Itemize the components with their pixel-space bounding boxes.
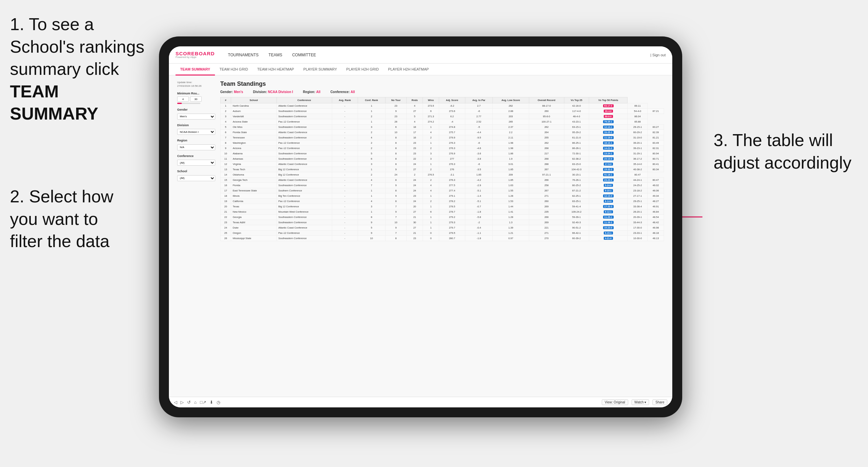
nav-links: TOURNAMENTS TEAMS COMMITTEE [228, 53, 316, 57]
navbar: SCOREBOARD Powered by clippi TOURNAMENTS… [169, 46, 672, 64]
col-avg-rank: Avg. Rank [332, 97, 358, 103]
filter-min-input[interactable] [177, 96, 189, 102]
table-row: 26Mississippi StateSoutheastern Conferen… [221, 236, 664, 241]
subnav-player-summary[interactable]: PLAYER SUMMARY [299, 64, 342, 75]
filter-slider[interactable] [177, 103, 200, 104]
view-original-button[interactable]: View: Original [602, 399, 628, 405]
tf-gender-label: Gender: Men's [220, 90, 243, 94]
bottom-toolbar: ◁ ▷ ↺ ⌂ □↗ ⬇ ◷ View: Original Watch ▾ Sh… [169, 397, 672, 407]
table-row: 14OklahomaBig 12 Conference-2242276.5-3.… [221, 172, 664, 178]
filter-school: School (All) [177, 169, 215, 181]
table-row: 10AlabamaSoutheastern Conference-5823327… [221, 151, 664, 156]
table-filters-row: Gender: Men's Division: NCAA Division I … [220, 90, 664, 94]
table-header-row: # School Conference Avg. Rank Conf. Rank… [221, 97, 664, 103]
logo-area: SCOREBOARD Powered by clippi [176, 51, 215, 59]
toolbar-refresh-icon[interactable]: ↺ [187, 400, 191, 405]
subnav-player-h2h-heatmap[interactable]: PLAYER H2H HEATMAP [383, 64, 434, 75]
table-row: 9ArizonaPac-12 Conference-28232276.3-4.6… [221, 146, 664, 151]
subnav-team-h2h-heatmap[interactable]: TEAM H2H HEATMAP [253, 64, 299, 75]
table-row: 24DukeAtlantic Coast Conference-59271279… [221, 225, 664, 230]
filter-minimum-rounds-label: Minimum Rou... [177, 92, 215, 95]
share-button[interactable]: Share [652, 399, 667, 405]
view-original-label: View: Original [605, 400, 625, 404]
table-row: 18IllinoisBig Ten Conference-19231279.1-… [221, 193, 664, 199]
update-time: Update time:27/03/2024 16:56:26 [177, 81, 215, 88]
nav-committee[interactable]: COMMITTEE [292, 53, 316, 57]
col-avg-low-score: Avg. Low Score [492, 97, 529, 103]
toolbar-forward-icon[interactable]: ▷ [181, 400, 184, 405]
table-row: 15Georgia TechAtlantic Coast Conference-… [221, 178, 664, 183]
col-vs-top-50: Vs Top 50 Points [589, 97, 627, 103]
table-row: 4Arizona StatePac-12 Conference-1264274.… [221, 119, 664, 125]
table-row: 7TennesseeSoutheastern Conference-481622… [221, 135, 664, 141]
logo-scoreboard: SCOREBOARD [176, 51, 215, 56]
filter-gender-label: Gender [177, 108, 215, 111]
filter-gender: Gender Men's Women's [177, 108, 215, 120]
col-vs-top-25: Vs Top 25 [564, 97, 589, 103]
subnav-player-h2h-grid[interactable]: PLAYER H2H GRID [342, 64, 383, 75]
logo-sub: Powered by clippi [176, 56, 215, 59]
filter-region: Region N/A All [177, 139, 215, 150]
col-rnds: Rnds [407, 97, 423, 103]
instruction-step2: 2. Select how you want to filter the dat… [10, 185, 113, 253]
col-wins: Wins [423, 97, 439, 103]
tf-region-label: Region: All [303, 90, 320, 94]
filter-school-select[interactable]: (All) [177, 175, 215, 181]
filter-slider-fill [177, 103, 182, 104]
tf-conference-label: Conference: All [331, 90, 355, 94]
watch-button[interactable]: Watch ▾ [631, 399, 649, 405]
col-rank: # [221, 97, 231, 103]
filter-gender-select[interactable]: Men's Women's [177, 114, 215, 120]
tablet-screen: SCOREBOARD Powered by clippi TOURNAMENTS… [169, 46, 672, 407]
subnav-team-h2h-grid[interactable]: TEAM H2H GRID [215, 64, 253, 75]
filter-conference: Conference (All) [177, 154, 215, 166]
filter-division-select[interactable]: NCAA Division I NCAA Division II NCAA Di… [177, 129, 215, 135]
toolbar-back-icon[interactable]: ◁ [174, 400, 177, 405]
table-row: 1North CarolinaAtlantic Coast Conference… [221, 103, 664, 108]
col-overall-record: Overall Record [529, 97, 564, 103]
table-row: 13Texas TechBig 12 Conference-19272276-3… [221, 167, 664, 172]
table-row: 8WashingtonPac-12 Conference-28231276.3-… [221, 141, 664, 146]
table-row: 11ArkansasSoutheastern Conference-682232… [221, 156, 664, 162]
table-row: 5Ole MissSoutheastern Conference-3618127… [221, 125, 664, 130]
col-conference: Conference [277, 97, 332, 103]
tf-division-label: Division: NCAA Division I [253, 90, 293, 94]
sub-navbar: TEAM SUMMARY TEAM H2H GRID TEAM H2H HEAT… [169, 64, 672, 75]
sign-out-button[interactable]: | Sign out [650, 53, 665, 57]
table-row: 23Texas A&MSoutheastern Conference-91030… [221, 220, 664, 225]
tablet-frame: SCOREBOARD Powered by clippi TOURNAMENTS… [159, 36, 682, 417]
toolbar-download-icon[interactable]: ⬇ [210, 400, 213, 405]
table-row: 19CaliforniaPac-12 Conference-48242278.2… [221, 199, 664, 204]
col-school: School [231, 97, 277, 103]
toolbar-home-icon[interactable]: ⌂ [194, 400, 197, 405]
table-row: 20TexasBig 12 Conference-37201278.5-0.71… [221, 204, 664, 209]
nav-tournaments[interactable]: TOURNAMENTS [228, 53, 258, 57]
filter-region-select[interactable]: N/A All [177, 145, 215, 150]
instruction-step3: 3. The table will adjust accordingly [714, 129, 851, 174]
table-row: 17East Tennessee StateSouthern Conferenc… [221, 188, 664, 193]
filter-max-input[interactable] [190, 96, 202, 102]
subnav-team-summary[interactable]: TEAM SUMMARY [176, 64, 215, 75]
navbar-left: SCOREBOARD Powered by clippi TOURNAMENTS… [176, 51, 316, 59]
standings-table: # School Conference Avg. Rank Conf. Rank… [220, 97, 664, 241]
table-row: 2AuburnSoutheastern Conference-19276273.… [221, 108, 664, 114]
col-avg-to-par: Avg. to Par [465, 97, 493, 103]
col-no-tour: No Tour [385, 97, 406, 103]
share-label: Share [655, 400, 664, 404]
content-layout: Update time:27/03/2024 16:56:26 Minimum … [177, 81, 664, 241]
table-row: 22GeorgiaSoutheastern Conference-8721127… [221, 215, 664, 220]
table-row: 12VirginiaAtlantic Coast Conference-3824… [221, 162, 664, 167]
table-area: Team Standings Gender: Men's Division: N… [220, 81, 664, 241]
filter-division: Division NCAA Division I NCAA Division I… [177, 124, 215, 135]
filters-sidebar: Update time:27/03/2024 16:56:26 Minimum … [177, 81, 215, 241]
toolbar-clock-icon[interactable]: ◷ [217, 400, 220, 405]
filter-conference-select[interactable]: (All) [177, 160, 215, 165]
nav-teams[interactable]: TEAMS [269, 53, 282, 57]
instruction-step1: 1. To see a School's rankings summary cl… [10, 13, 149, 125]
filter-conference-label: Conference [177, 154, 215, 158]
filter-min-max-row [177, 96, 215, 102]
watch-label: Watch ▾ [634, 400, 646, 404]
filter-region-label: Region [177, 139, 215, 142]
table-body: 1North CarolinaAtlantic Coast Conference… [221, 103, 664, 241]
toolbar-share-icon-2[interactable]: □↗ [200, 400, 206, 405]
